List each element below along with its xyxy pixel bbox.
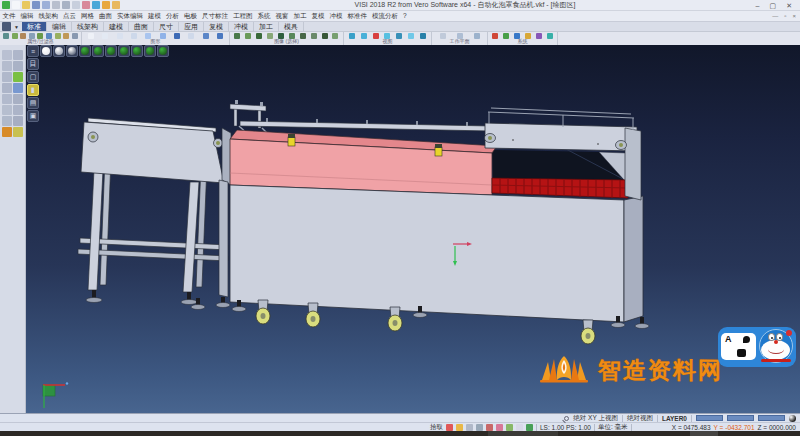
menu-加工[interactable]: 加工 bbox=[291, 11, 309, 21]
menu-复模[interactable]: 复模 bbox=[309, 11, 327, 21]
select-invert-icon[interactable] bbox=[311, 33, 317, 39]
tab-标准[interactable]: 标准 bbox=[22, 22, 47, 31]
view-dyn-icon[interactable] bbox=[408, 33, 414, 39]
snap-center-icon[interactable] bbox=[466, 424, 473, 431]
menu-模流分析[interactable]: 模流分析 bbox=[370, 11, 401, 21]
sb-trim-icon[interactable] bbox=[13, 50, 23, 60]
snap-grid-icon[interactable] bbox=[526, 424, 533, 431]
sb-arc-icon[interactable] bbox=[2, 72, 12, 82]
graphic-new-icon[interactable] bbox=[88, 33, 94, 39]
menu-线架构[interactable]: 线架构 bbox=[36, 11, 61, 21]
sb-offset-icon[interactable] bbox=[13, 94, 23, 104]
sys-grid-icon[interactable] bbox=[503, 33, 509, 39]
attr-layer-icon[interactable] bbox=[12, 33, 18, 39]
toolbar-options-icon[interactable] bbox=[2, 22, 11, 31]
sb-point-icon[interactable] bbox=[2, 50, 12, 60]
view-zoom-icon[interactable] bbox=[349, 33, 355, 39]
sb-blue-icon[interactable] bbox=[13, 83, 23, 93]
graphic-doc3-icon[interactable] bbox=[188, 33, 194, 39]
select-all-icon[interactable] bbox=[234, 33, 240, 39]
wp-align-icon[interactable] bbox=[474, 33, 480, 39]
snap-end-icon[interactable] bbox=[446, 424, 453, 431]
snap-mid-icon[interactable] bbox=[456, 424, 463, 431]
sb-curve-icon[interactable] bbox=[2, 83, 12, 93]
search-icon[interactable] bbox=[564, 416, 569, 421]
select-box-icon[interactable] bbox=[245, 33, 251, 39]
attr-line-icon[interactable] bbox=[20, 33, 26, 39]
select-chain-icon[interactable] bbox=[267, 33, 273, 39]
sb-fillet-icon[interactable] bbox=[2, 94, 12, 104]
meter-1 bbox=[696, 415, 723, 421]
menu-网格[interactable]: 网格 bbox=[79, 11, 97, 21]
tab-冲模[interactable]: 冲模 bbox=[229, 22, 254, 31]
snap-perp-icon[interactable] bbox=[496, 424, 503, 431]
tab-应用[interactable]: 应用 bbox=[179, 22, 204, 31]
tab-尺寸[interactable]: 尺寸 bbox=[154, 22, 179, 31]
snap-node-icon[interactable] bbox=[516, 424, 523, 431]
toolbar-dropdown-icon[interactable]: ▼ bbox=[11, 24, 22, 30]
menu-建模[interactable]: 建模 bbox=[146, 11, 164, 21]
snap-quad-icon[interactable] bbox=[476, 424, 483, 431]
menu-尺寸标注[interactable]: 尺寸标注 bbox=[200, 11, 231, 21]
select-none-icon[interactable] bbox=[322, 33, 328, 39]
select-prev-icon[interactable] bbox=[300, 33, 306, 39]
graphic-open-icon[interactable] bbox=[102, 33, 108, 39]
menu-点云[interactable]: 点云 bbox=[61, 11, 79, 21]
view-pan-icon[interactable] bbox=[361, 33, 367, 39]
select-poly-icon[interactable] bbox=[256, 33, 262, 39]
mdi-control[interactable]: × bbox=[792, 13, 796, 19]
menu-电极[interactable]: 电极 bbox=[182, 11, 200, 21]
sys-macro-icon[interactable] bbox=[536, 33, 542, 39]
view-prev-icon[interactable] bbox=[396, 33, 402, 39]
view-multi-icon[interactable] bbox=[420, 33, 426, 39]
sb-line-icon[interactable] bbox=[2, 61, 12, 71]
graphic-save-icon[interactable] bbox=[217, 33, 223, 39]
graphic-doc-icon[interactable] bbox=[117, 33, 123, 39]
tab-复模[interactable]: 复模 bbox=[204, 22, 229, 31]
menu-视窗[interactable]: 视窗 bbox=[273, 11, 291, 21]
sb-orange-icon[interactable] bbox=[2, 127, 12, 137]
view-ball-icon[interactable] bbox=[373, 33, 379, 39]
tab-线架构[interactable]: 线架构 bbox=[72, 22, 104, 31]
sb-rect-icon[interactable] bbox=[13, 105, 23, 115]
attr-color-icon[interactable] bbox=[3, 33, 9, 39]
sb-dim-icon[interactable] bbox=[2, 116, 12, 126]
sys-settings-icon[interactable] bbox=[492, 33, 498, 39]
snap-tan-icon[interactable] bbox=[506, 424, 513, 431]
graphic-sel2-icon[interactable] bbox=[160, 33, 166, 39]
tab-编辑[interactable]: 编辑 bbox=[47, 22, 72, 31]
filter-select-icon[interactable] bbox=[72, 33, 78, 39]
sb-erase-icon[interactable] bbox=[13, 61, 23, 71]
tab-曲面[interactable]: 曲面 bbox=[129, 22, 154, 31]
sb-corner-icon[interactable] bbox=[13, 116, 23, 126]
graphic-doc2-icon[interactable] bbox=[131, 33, 137, 39]
wp-new-icon[interactable] bbox=[440, 33, 446, 39]
menu-系统[interactable]: 系统 bbox=[255, 11, 273, 21]
layer-indicator[interactable]: LAYER0 bbox=[662, 415, 687, 422]
filter-copy-icon[interactable] bbox=[55, 33, 61, 39]
tab-模具[interactable]: 模具 bbox=[279, 22, 304, 31]
menu-文件[interactable]: 文件 bbox=[0, 11, 18, 21]
tab-加工[interactable]: 加工 bbox=[254, 22, 279, 31]
snap-int-icon[interactable] bbox=[486, 424, 493, 431]
menu-分析[interactable]: 分析 bbox=[164, 11, 182, 21]
menu-曲面[interactable]: 曲面 bbox=[97, 11, 115, 21]
graphic-link-icon[interactable] bbox=[203, 33, 209, 39]
mdi-control[interactable]: ▫ bbox=[784, 13, 786, 19]
menu-工程图[interactable]: 工程图 bbox=[231, 11, 256, 21]
menu-实体编辑[interactable]: 实体编辑 bbox=[115, 11, 146, 21]
filter-paint-icon[interactable] bbox=[63, 33, 69, 39]
menu-冲模[interactable]: 冲模 bbox=[327, 11, 345, 21]
menu-?[interactable]: ? bbox=[401, 11, 410, 21]
3d-viewport[interactable]: ≡ 目▢▮▤▣ bbox=[26, 45, 800, 413]
sys-help-icon[interactable] bbox=[547, 33, 553, 39]
mdi-control[interactable]: — bbox=[772, 13, 778, 19]
menu-标准件[interactable]: 标准件 bbox=[345, 11, 370, 21]
graphic-blue-icon[interactable] bbox=[174, 33, 180, 39]
menu-编辑[interactable]: 编辑 bbox=[18, 11, 36, 21]
sb-green-icon[interactable] bbox=[13, 72, 23, 82]
sb-circle-icon[interactable] bbox=[2, 105, 12, 115]
sb-yellow-icon[interactable] bbox=[13, 127, 23, 137]
tab-建模[interactable]: 建模 bbox=[104, 22, 129, 31]
select-filter-icon[interactable] bbox=[332, 33, 338, 39]
